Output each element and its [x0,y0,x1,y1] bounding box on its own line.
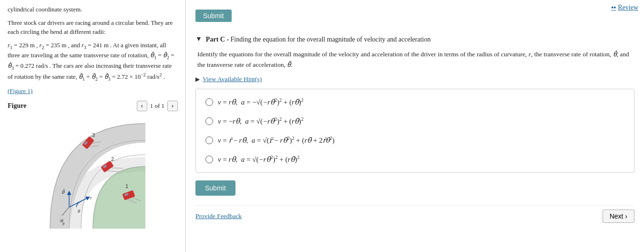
review-icon: ▪▪ [611,4,616,11]
next-button[interactable]: Next › [603,210,634,223]
description-2: Three stock car drivers are racing aroun… [8,18,178,37]
figure-prev-button[interactable]: ‹ [137,101,147,111]
review-link[interactable]: ▪▪ Review [611,4,638,11]
choice-c[interactable]: v = ṙ − rθ̇, a = √(r̈ − rθ̇2)2 + (rθ̈ + … [205,135,624,146]
choice-b[interactable]: v = −rθ̇, a = √(−rθ̇2)2 + (rθ̈)2 [205,116,624,126]
svg-text:1: 1 [125,183,128,189]
hints-section[interactable]: ▶ View Available Hint(s) [195,75,634,83]
choice-a-text: v = rθ̇, a = −√(−rθ̇2)2 + (rθ̈)2 [218,97,304,107]
radio-a[interactable] [205,98,213,106]
feedback-link[interactable]: Provide Feedback [195,212,242,220]
part-header: ▼ Part C - Finding the equation for the … [195,34,634,44]
choice-b-text: v = −rθ̇, a = √(−rθ̇2)2 + (rθ̈)2 [218,116,304,126]
figure-section: Figure ‹ 1 of 1 › [8,101,178,229]
choice-a[interactable]: v = rθ̇, a = −√(−rθ̇2)2 + (rθ̈)2 [205,97,624,107]
submit-button[interactable]: Submit [195,180,235,196]
svg-text:θ̈: θ̈ [61,189,65,195]
svg-text:θ: θ [62,222,64,226]
part-description: Identify the equations for the overall m… [195,49,634,70]
top-submit-button[interactable]: Submit [195,10,232,22]
right-panel: ▪▪ Review Submit ▼ Part C - Finding the … [186,0,644,252]
radii-line: r1 = 229 m , r2 = 235 m , and r3 = 241 m… [8,41,178,83]
collapse-arrow[interactable]: ▼ [195,35,202,43]
review-label: Review [618,4,638,11]
choices-box: v = rθ̇, a = −√(−rθ̇2)2 + (rθ̈)2 v = −rθ… [195,89,634,173]
choice-d-text: v = rθ̇, a = √(−rθ̇2)2 + (rθ̈)2 [218,154,299,165]
left-panel: cylindrical coordinate system. Three sto… [0,0,186,252]
part-c-section: ▼ Part C - Finding the equation for the … [195,34,634,223]
radio-b[interactable] [205,117,213,125]
figure-link[interactable]: (Figure 1) [8,86,178,96]
part-title: Part C - Finding the equation for the ov… [206,34,431,44]
figure-title: Figure [8,102,26,110]
hints-link[interactable]: View Available Hint(s) [203,75,262,83]
figure-image: 1 2 3 [41,114,145,229]
radio-d[interactable] [205,156,213,163]
figure-counter: 1 of 1 [150,102,164,110]
choice-d[interactable]: v = rθ̇, a = √(−rθ̇2)2 + (rθ̈)2 [205,154,624,165]
svg-text:3: 3 [92,132,95,138]
hint-expand-arrow: ▶ [195,76,200,83]
svg-text:2: 2 [111,156,114,162]
bottom-bar: Provide Feedback Next › [195,205,634,223]
figure-next-button[interactable]: › [167,101,178,111]
choice-c-text: v = ṙ − rθ̇, a = √(r̈ − rθ̇2)2 + (rθ̈ + … [218,135,335,146]
svg-text:r: r [90,195,92,200]
radio-c[interactable] [205,136,213,144]
figure-svg: 1 2 3 [41,114,145,229]
svg-text:θ: θ [78,209,80,214]
figure-nav: ‹ 1 of 1 › [137,101,178,111]
description-1: cylindrical coordinate system. [8,5,178,14]
